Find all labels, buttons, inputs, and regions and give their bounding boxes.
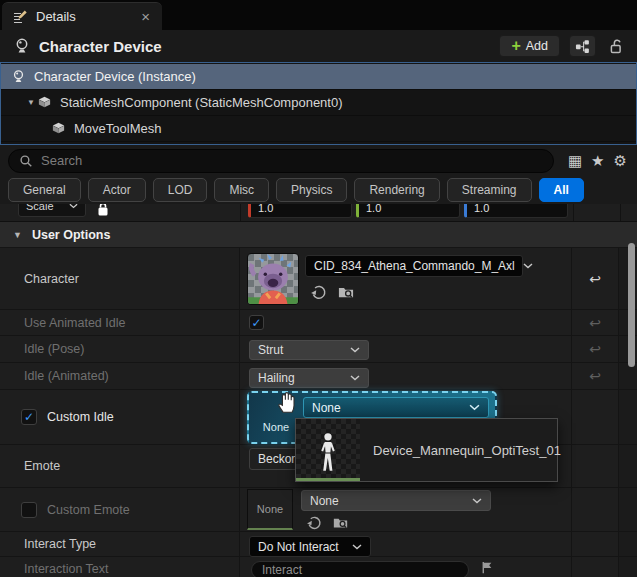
scale-y-field[interactable]: 1.0: [356, 204, 460, 218]
filter-misc[interactable]: Misc: [214, 178, 269, 202]
static-mesh-icon: [51, 121, 66, 136]
tree-item-movetoolmesh[interactable]: MoveToolMesh: [1, 116, 636, 142]
close-icon[interactable]: ×: [139, 9, 152, 24]
use-selected-asset-icon[interactable]: [310, 284, 327, 301]
character-thumbnail[interactable]: [247, 253, 299, 305]
scale-z-field[interactable]: 1.0: [464, 204, 568, 218]
check-icon: ✓: [24, 411, 34, 423]
component-tree: Character Device (Instance) ▼ StaticMesh…: [0, 62, 637, 145]
search-row: ▦ ★ ⚙: [0, 145, 637, 176]
filter-physics[interactable]: Physics: [276, 178, 347, 202]
use-animated-idle-checkbox[interactable]: ✓: [249, 315, 264, 330]
custom-emote-asset-dropdown[interactable]: None: [301, 490, 491, 511]
plus-icon: +: [511, 38, 520, 54]
idle-pose-dropdown[interactable]: Strut: [249, 340, 369, 360]
drag-asset-name: Device_Mannequin_OptiTest_01: [360, 419, 561, 481]
filter-rendering[interactable]: Rendering: [354, 178, 439, 202]
filter-actor[interactable]: Actor: [88, 178, 146, 202]
edit-blueprint-button[interactable]: [569, 35, 596, 57]
custom-idle-asset-dropdown[interactable]: None: [303, 397, 489, 418]
chevron-down-icon[interactable]: ▼: [27, 98, 37, 107]
unlock-icon[interactable]: [608, 38, 625, 55]
reset-icon[interactable]: ↩: [589, 341, 601, 357]
idle-animated-dropdown[interactable]: Hailing: [249, 368, 369, 388]
column-view-icon[interactable]: ▦: [568, 153, 582, 168]
custom-idle-thumbnail-slot[interactable]: None: [255, 421, 297, 433]
tree-item-character-device[interactable]: Character Device (Instance): [1, 64, 636, 90]
browse-to-asset-icon[interactable]: [337, 284, 355, 301]
search-box[interactable]: [8, 149, 554, 173]
custom-emote-thumbnail-slot[interactable]: None: [247, 489, 293, 530]
scale-row-clipped: Scale 1.0 1.0 1.0: [0, 204, 637, 222]
lock-icon[interactable]: [97, 204, 109, 216]
details-icon: [12, 9, 28, 25]
filter-streaming[interactable]: Streaming: [447, 178, 532, 202]
interact-type-dropdown[interactable]: Do Not Interact: [249, 536, 371, 557]
tree-item-staticmeshcomponent[interactable]: ▼ StaticMeshComponent (StaticMeshCompone…: [1, 90, 636, 116]
tab-details[interactable]: Details ×: [2, 2, 162, 30]
hierarchy-icon: [575, 39, 590, 54]
reset-icon[interactable]: ↩: [589, 315, 601, 331]
details-panel: Details × Character Device + Add: [0, 0, 637, 577]
custom-emote-checkbox[interactable]: [21, 502, 37, 518]
page-title: Character Device: [39, 38, 499, 55]
interaction-text-input[interactable]: [251, 561, 469, 577]
check-icon: ✓: [251, 317, 261, 329]
filter-general[interactable]: General: [8, 178, 81, 202]
tab-bar: Details ×: [0, 0, 637, 30]
row-use-animated-idle: Use Animated Idle ✓ ↩: [0, 310, 637, 336]
panel-header: Character Device + Add: [0, 30, 637, 62]
row-interact-type: Interact Type Do Not Interact: [0, 532, 637, 557]
add-button[interactable]: + Add: [499, 35, 560, 57]
row-idle-pose: Idle (Pose) Strut ↩: [0, 336, 637, 363]
hand-cursor-icon: [274, 388, 301, 415]
custom-idle-checkbox[interactable]: ✓: [21, 409, 37, 425]
scale-x-field[interactable]: 1.0: [248, 204, 352, 218]
static-mesh-icon: [37, 95, 52, 110]
character-device-icon: [11, 69, 26, 84]
search-input[interactable]: [41, 153, 543, 168]
use-selected-asset-icon[interactable]: [306, 515, 322, 531]
character-label: Character: [24, 272, 79, 286]
scale-dropdown[interactable]: Scale: [18, 204, 86, 217]
row-interaction-text: Interaction Text: [0, 557, 637, 577]
filter-lod[interactable]: LOD: [153, 178, 208, 202]
row-custom-emote: Custom Emote None None: [0, 488, 637, 532]
section-user-options[interactable]: ▼ User Options: [0, 222, 637, 248]
property-list: Character CID_834: [0, 248, 637, 577]
scrollbar-thumb[interactable]: [628, 243, 635, 367]
character-device-icon: [13, 37, 31, 55]
reset-icon[interactable]: ↩: [589, 368, 601, 384]
tab-title: Details: [36, 9, 139, 24]
filter-all[interactable]: All: [539, 178, 584, 202]
row-idle-animated: Idle (Animated) Hailing ↩: [0, 363, 637, 390]
drag-asset-tooltip: Device_Mannequin_OptiTest_01: [295, 418, 558, 482]
mannequin-thumbnail: [296, 419, 360, 481]
browse-to-asset-icon[interactable]: [332, 515, 349, 531]
character-asset-dropdown[interactable]: CID_834_Athena_Commando_M_Axl: [305, 255, 523, 277]
filter-chips: General Actor LOD Misc Physics Rendering…: [0, 176, 637, 204]
search-icon: [19, 154, 33, 168]
settings-gear-icon[interactable]: ⚙: [614, 153, 627, 168]
favorites-star-icon[interactable]: ★: [591, 153, 604, 168]
section-expander-icon[interactable]: ▼: [13, 230, 22, 240]
row-character: Character CID_834: [0, 248, 637, 310]
localize-icon[interactable]: [480, 560, 495, 575]
reset-icon[interactable]: ↩: [589, 271, 601, 287]
